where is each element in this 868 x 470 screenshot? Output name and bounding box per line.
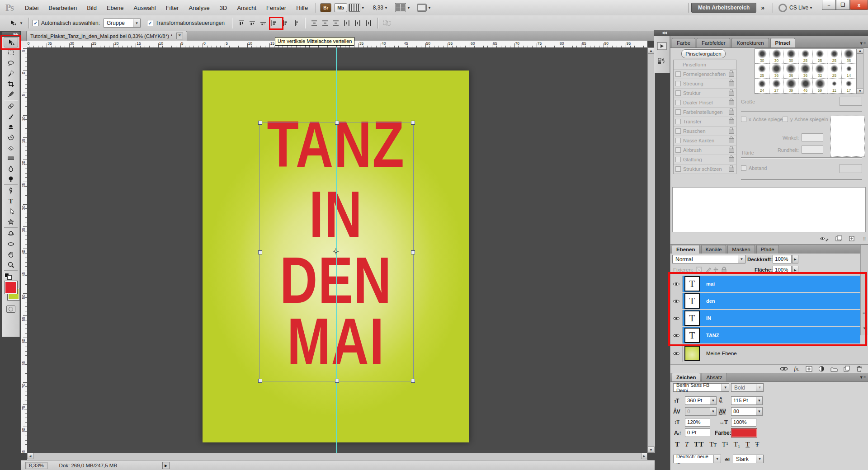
brush-preset[interactable]: 36 — [842, 49, 856, 64]
distribute-vertical-centers-button[interactable] — [320, 18, 330, 28]
chevron-down-icon[interactable]: ▼ — [361, 6, 365, 10]
horizontal-scrollbar[interactable]: ◄ ► — [27, 453, 647, 461]
healing-brush-tool[interactable] — [4, 101, 18, 111]
pen-tool[interactable] — [4, 185, 18, 196]
canvas-viewport[interactable]: TANZ IN DEN MAI — [27, 47, 647, 453]
layers-scrollbar[interactable]: ≡ ▼ — [860, 245, 868, 335]
dodge-tool[interactable] — [4, 174, 18, 184]
faux-italic-button[interactable]: T — [685, 441, 689, 448]
distribute-top-edges-button[interactable] — [309, 18, 319, 28]
brush-preset[interactable]: 46 — [798, 79, 813, 94]
brush-preset[interactable]: 59 — [813, 79, 827, 94]
brush-preset[interactable]: 25 — [798, 49, 813, 64]
lasso-tool[interactable] — [4, 58, 18, 68]
brush-presets-button[interactable]: Pinselvorgaben — [681, 49, 726, 58]
transform-handle[interactable] — [335, 121, 339, 125]
brush-tool[interactable] — [4, 111, 18, 122]
marquee-tool[interactable] — [4, 47, 18, 58]
dock-collapse-header[interactable]: ◀◀ — [654, 30, 868, 36]
arrange-documents-icon[interactable] — [395, 3, 406, 12]
menu-filter[interactable]: Filter — [161, 0, 184, 15]
brush-preset[interactable]: 14 — [842, 64, 856, 79]
status-options-icon[interactable]: ▶ — [162, 462, 170, 469]
align-horizontal-centers-button[interactable] — [280, 18, 290, 28]
distribute-bottom-edges-button[interactable] — [331, 18, 341, 28]
layer-thumbnail[interactable] — [684, 346, 700, 361]
fill-field[interactable]: 100% — [773, 266, 792, 274]
blend-mode-dropdown[interactable]: Normal▼ — [672, 255, 745, 263]
transform-controls-checkbox[interactable]: ✓ Transformationssteuerungen — [147, 20, 225, 26]
tab-farbe[interactable]: Farbe — [672, 38, 695, 47]
tab-kan-le[interactable]: Kanäle — [701, 245, 726, 254]
panel-menu-icon[interactable]: ▼≡ — [859, 41, 866, 46]
close-button[interactable]: x — [850, 0, 868, 10]
align-left-edges-button[interactable] — [269, 18, 279, 28]
minimize-button[interactable]: – — [822, 0, 836, 10]
subscript-button[interactable]: T₁ — [734, 441, 740, 448]
align-vertical-centers-button[interactable] — [247, 18, 257, 28]
default-colors-icon[interactable] — [5, 273, 13, 279]
distribute-left-edges-button[interactable] — [342, 18, 352, 28]
brush-preset[interactable]: 32 — [813, 64, 827, 79]
document-tab[interactable]: Tutorial_Plakat_Tanz_in_den_Mai.psd bei … — [26, 31, 187, 41]
baseline-shift-field[interactable]: 0 Pt — [685, 428, 710, 437]
layer-name[interactable]: TANZ — [706, 333, 719, 338]
status-zoom-level[interactable]: 8,33% — [25, 462, 47, 469]
chevron-down-icon[interactable]: ▼ — [428, 6, 431, 10]
brush-preset[interactable] — [784, 94, 798, 94]
foreground-color-swatch[interactable] — [5, 281, 17, 294]
chevron-down-icon[interactable]: ▼ — [384, 6, 388, 10]
layer-visibility-cell[interactable] — [670, 310, 683, 326]
transform-handle[interactable] — [411, 379, 415, 383]
layer-thumbnail[interactable]: T — [684, 293, 700, 309]
transform-handle[interactable] — [411, 250, 415, 254]
auto-align-layers-button[interactable] — [382, 18, 392, 28]
tab-farbfelder[interactable]: Farbfelder — [697, 38, 730, 47]
layer-style-icon[interactable]: fx. — [794, 365, 800, 372]
brush-preset[interactable] — [813, 94, 827, 94]
collapsed-history-panel-icon[interactable] — [656, 56, 668, 67]
brush-preset[interactable]: 36 — [769, 64, 784, 79]
transform-handle[interactable] — [258, 121, 262, 125]
blur-tool[interactable] — [4, 163, 18, 174]
layer-visibility-cell[interactable] — [670, 345, 683, 362]
all-caps-button[interactable]: TT — [694, 441, 704, 448]
3d-orbit-tool[interactable] — [4, 239, 18, 249]
vertical-ruler[interactable]: 50510152025303540455055606570758085 — [21, 47, 28, 453]
layer-visibility-cell[interactable] — [670, 276, 683, 292]
workspace-overflow-chevrons[interactable]: » — [761, 4, 764, 11]
layer-name[interactable]: Meine Ebene — [706, 351, 737, 356]
menu-3d[interactable]: 3D — [215, 0, 232, 15]
menu-bearbeiten[interactable]: Bearbeiten — [43, 0, 82, 15]
3d-rotate-tool[interactable] — [4, 228, 18, 239]
eyedropper-tool[interactable] — [4, 89, 18, 99]
text-color-swatch[interactable] — [731, 428, 757, 437]
tab-ebenen[interactable]: Ebenen — [672, 245, 700, 254]
strikethrough-button[interactable]: Ŧ — [755, 441, 759, 448]
brush-preset[interactable]: 25 — [813, 49, 827, 64]
layer-thumbnail[interactable]: T — [684, 276, 700, 291]
distribute-horizontal-centers-button[interactable] — [353, 18, 363, 28]
path-selection-tool[interactable] — [4, 206, 18, 216]
brush-preset[interactable]: 30 — [769, 49, 784, 64]
gradient-tool[interactable] — [4, 153, 18, 163]
layer-row-den[interactable]: T den — [670, 293, 860, 309]
layer-visibility-cell[interactable] — [670, 293, 683, 309]
collapsed-panel-icon[interactable] — [656, 41, 668, 52]
custom-shape-tool[interactable] — [4, 216, 18, 227]
tab-korrekturen[interactable]: Korrekturen — [731, 38, 769, 47]
eraser-tool[interactable] — [4, 142, 18, 153]
menu-bild[interactable]: Bild — [82, 0, 102, 15]
restore-button[interactable]: ❏ — [836, 0, 850, 10]
auto-select-scope-dropdown[interactable]: Gruppe▼ — [104, 19, 141, 28]
brush-preset[interactable]: 11 — [827, 79, 842, 94]
scroll-right-icon[interactable]: ► — [641, 453, 647, 459]
align-bottom-edges-button[interactable] — [258, 18, 268, 28]
menu-auswahl[interactable]: Auswahl — [129, 0, 161, 15]
layer-mask-icon[interactable] — [806, 366, 812, 372]
adjustment-layer-icon[interactable] — [818, 366, 825, 372]
opacity-field[interactable]: 100% — [773, 255, 792, 263]
superscript-button[interactable]: T¹ — [722, 441, 728, 448]
clone-stamp-tool[interactable] — [4, 122, 18, 132]
panel-menu-icon[interactable]: ▼≡ — [859, 375, 866, 380]
